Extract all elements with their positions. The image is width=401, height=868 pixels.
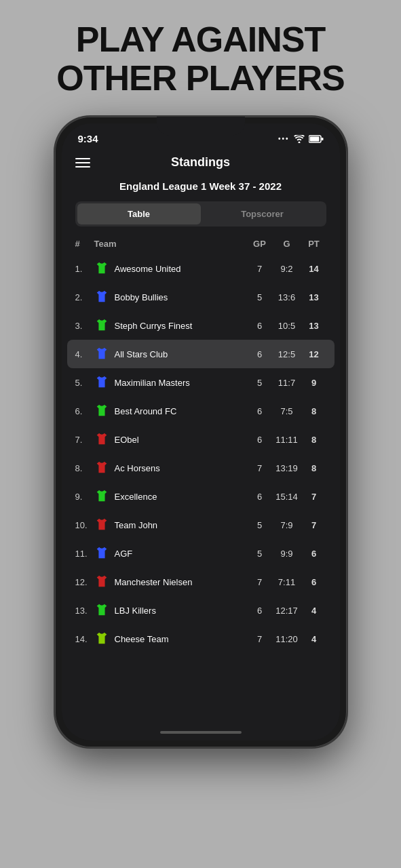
team-name: AGF: [115, 549, 248, 559]
app-header: Standings: [62, 149, 340, 174]
shirt-icon: [94, 631, 109, 646]
rank-num: 13.: [75, 606, 94, 616]
team-gp: 6: [248, 606, 272, 616]
team-name: LBJ Killers: [115, 606, 248, 616]
tab-bar: Table Topscorer: [75, 201, 326, 226]
team-pt: 6: [302, 549, 326, 559]
team-pt: 7: [302, 520, 326, 530]
shirt-icon: [94, 460, 109, 475]
team-gp: 6: [248, 406, 272, 416]
team-pt: 8: [302, 435, 326, 445]
status-icons: •••: [278, 135, 324, 143]
shirt-icon: [94, 347, 109, 361]
team-name: Ac Horsens: [115, 463, 248, 473]
team-pt: 13: [302, 292, 326, 302]
home-indicator: [62, 724, 340, 741]
team-g: 13:6: [272, 292, 302, 302]
col-team-header: Team: [94, 239, 248, 249]
team-name: Team John: [115, 520, 248, 530]
team-g: 12:5: [272, 349, 302, 359]
page-title: PLAY AGAINST OTHER PLAYERS: [56, 20, 344, 98]
header-title: Standings: [171, 155, 230, 170]
rank-num: 14.: [75, 634, 94, 644]
shirt-icon: [94, 603, 109, 618]
shirt-icon: [94, 375, 109, 390]
shirt-icon: [94, 489, 109, 504]
team-row: 8. Ac Horsens 7 13:19 8: [62, 454, 340, 482]
team-row: 11. AGF 5 9:9 6: [62, 539, 340, 568]
team-row: 13. LBJ Killers 6 12:17 4: [62, 596, 340, 625]
team-pt: 8: [302, 406, 326, 416]
team-gp: 7: [248, 463, 272, 473]
team-g: 11:11: [272, 435, 302, 445]
team-row: 9. Excellence 6 15:14 7: [62, 482, 340, 511]
team-name: All Stars Club: [115, 349, 248, 359]
team-pt: 9: [302, 378, 326, 388]
rank-num: 6.: [75, 406, 94, 416]
team-gp: 7: [248, 264, 272, 274]
rank-num: 4.: [75, 349, 94, 359]
signal-dots-icon: •••: [278, 135, 290, 142]
team-g: 9:9: [272, 549, 302, 559]
team-gp: 6: [248, 492, 272, 502]
team-g: 11:7: [272, 378, 302, 388]
wifi-icon: [294, 135, 305, 143]
rank-num: 12.: [75, 577, 94, 587]
team-name: Best Around FC: [115, 406, 248, 416]
team-name: EObel: [115, 435, 248, 445]
team-name: Bobby Bullies: [115, 292, 248, 302]
team-name: Maximilian Masters: [115, 378, 248, 388]
team-row: 1. Awesome United 7 9:2 14: [62, 254, 340, 283]
col-rank-header: #: [75, 239, 94, 249]
team-pt: 12: [302, 349, 326, 359]
team-gp: 6: [248, 321, 272, 331]
team-g: 11:20: [272, 634, 302, 644]
team-pt: 4: [302, 606, 326, 616]
team-g: 13:19: [272, 463, 302, 473]
rank-num: 7.: [75, 435, 94, 445]
team-g: 12:17: [272, 606, 302, 616]
shirt-icon: [94, 432, 109, 447]
team-row: 14. Cheese Team 7 11:20 4: [62, 625, 340, 653]
team-gp: 5: [248, 292, 272, 302]
team-g: 10:5: [272, 321, 302, 331]
team-g: 7:5: [272, 406, 302, 416]
shirt-icon: [94, 403, 109, 418]
shirt-icon: [94, 261, 109, 276]
shirt-icon: [94, 574, 109, 589]
team-pt: 8: [302, 463, 326, 473]
team-name: Awesome United: [115, 264, 248, 274]
hamburger-menu-icon[interactable]: [75, 158, 90, 167]
team-name: Manchester Nielsen: [115, 577, 248, 587]
team-pt: 4: [302, 634, 326, 644]
rank-num: 10.: [75, 520, 94, 530]
team-gp: 7: [248, 577, 272, 587]
team-row: 6. Best Around FC 6 7:5 8: [62, 397, 340, 425]
team-gp: 5: [248, 520, 272, 530]
team-name: Steph Currys Finest: [115, 321, 248, 331]
col-pt-header: PT: [302, 239, 326, 249]
team-row: 12. Manchester Nielsen 7 7:11 6: [62, 568, 340, 596]
shirt-icon: [94, 318, 109, 333]
team-pt: 13: [302, 321, 326, 331]
tab-table[interactable]: Table: [77, 203, 201, 224]
shirt-icon: [94, 290, 109, 304]
team-pt: 14: [302, 264, 326, 274]
team-g: 7:9: [272, 520, 302, 530]
rank-num: 8.: [75, 463, 94, 473]
col-gp-header: GP: [248, 239, 272, 249]
notch: [157, 117, 245, 136]
team-pt: 7: [302, 492, 326, 502]
rank-num: 2.: [75, 292, 94, 302]
svg-rect-2: [321, 138, 323, 140]
team-gp: 6: [248, 435, 272, 445]
team-pt: 6: [302, 577, 326, 587]
phone-frame: 9:34 ••• Standings England League 1 We: [55, 117, 347, 747]
team-name: Cheese Team: [115, 634, 248, 644]
team-row: 4. All Stars Club 6 12:5 12: [67, 340, 335, 368]
tab-topscorer[interactable]: Topscorer: [201, 203, 324, 224]
home-bar: [160, 731, 242, 734]
rank-num: 3.: [75, 321, 94, 331]
table-header: # Team GP G PT: [62, 236, 340, 254]
status-time: 9:34: [78, 133, 98, 144]
